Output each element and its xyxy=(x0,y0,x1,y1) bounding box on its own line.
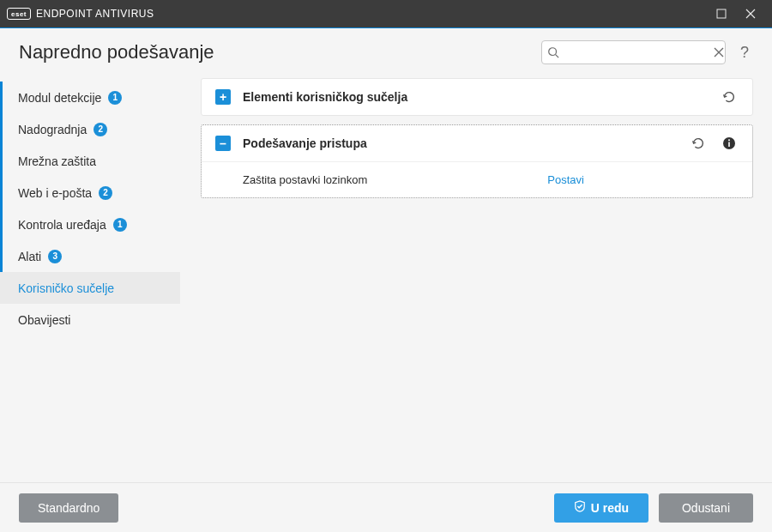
panel-access-setup: – Podešavanje pristupa Zaštita postavki … xyxy=(201,124,753,198)
panel-title: Podešavanje pristupa xyxy=(243,136,677,150)
sidebar-item-label: Kontrola uređaja xyxy=(18,218,106,232)
default-button[interactable]: Standardno xyxy=(19,493,118,523)
revert-icon[interactable] xyxy=(689,136,708,151)
setting-label: Zaštita postavki lozinkom xyxy=(243,173,547,186)
sidebar-item-label: Web i e-pošta xyxy=(18,186,92,200)
sidebar-item-update[interactable]: Nadogradnja 2 xyxy=(0,113,180,145)
sidebar-item-label: Alati xyxy=(18,250,41,263)
set-password-link[interactable]: Postavi xyxy=(547,173,584,186)
clear-search-icon[interactable] xyxy=(714,47,724,57)
footer: Standardno U redu Odustani xyxy=(0,482,772,532)
cancel-button[interactable]: Odustani xyxy=(659,493,753,523)
svg-point-1 xyxy=(549,48,557,56)
sidebar: Modul detekcije 1 Nadogradnja 2 Mrežna z… xyxy=(0,73,180,482)
ok-button-label: U redu xyxy=(591,501,629,515)
sidebar-item-detection[interactable]: Modul detekcije 1 xyxy=(0,82,180,113)
help-button[interactable]: ? xyxy=(736,44,753,62)
window-maximize-button[interactable] xyxy=(707,0,736,27)
collapse-icon[interactable]: – xyxy=(215,136,231,151)
brand-text: ENDPOINT ANTIVIRUS xyxy=(36,8,154,20)
sidebar-badge: 2 xyxy=(99,186,112,200)
sidebar-badge: 2 xyxy=(93,123,107,136)
search-input[interactable] xyxy=(564,46,709,59)
sidebar-item-web-email[interactable]: Web i e-pošta 2 xyxy=(0,177,180,209)
sidebar-item-device-control[interactable]: Kontrola uređaja 1 xyxy=(0,209,180,240)
sidebar-item-label: Nadogradnja xyxy=(18,123,87,136)
page-title: Napredno podešavanje xyxy=(19,41,214,63)
search-icon xyxy=(547,46,559,58)
panel-ui-elements: + Elementi korisničkog sučelja xyxy=(201,78,753,116)
main-content: + Elementi korisničkog sučelja – Podešav… xyxy=(180,73,753,482)
ok-button[interactable]: U redu xyxy=(554,493,648,523)
sidebar-item-user-interface[interactable]: Korisničko sučelje xyxy=(0,272,180,304)
brand-badge: eset xyxy=(7,8,31,20)
sidebar-item-label: Obavijesti xyxy=(18,313,70,327)
sidebar-item-network[interactable]: Mrežna zaštita xyxy=(0,145,180,177)
panel-title: Elementi korisničkog sučelja xyxy=(243,90,708,104)
panel-header[interactable]: + Elementi korisničkog sučelja xyxy=(202,79,752,115)
sidebar-badge: 1 xyxy=(108,91,122,105)
sidebar-item-tools[interactable]: Alati 3 xyxy=(0,240,180,272)
svg-rect-0 xyxy=(717,9,726,18)
revert-icon[interactable] xyxy=(720,89,739,105)
titlebar: eset ENDPOINT ANTIVIRUS xyxy=(0,0,772,27)
search-field[interactable] xyxy=(541,40,726,64)
window-close-button[interactable] xyxy=(736,0,765,27)
sidebar-badge: 1 xyxy=(113,218,127,232)
info-icon[interactable] xyxy=(720,136,739,150)
svg-point-5 xyxy=(728,139,730,141)
svg-line-2 xyxy=(556,55,559,58)
sidebar-badge: 3 xyxy=(48,250,62,263)
setting-password-protect: Zaštita postavki lozinkom Postavi xyxy=(202,161,752,197)
sidebar-item-notifications[interactable]: Obavijesti xyxy=(0,304,180,336)
svg-rect-4 xyxy=(728,142,730,148)
panel-header[interactable]: – Podešavanje pristupa xyxy=(202,125,752,161)
expand-icon[interactable]: + xyxy=(215,89,231,105)
shield-check-icon xyxy=(574,500,586,515)
sidebar-item-label: Mrežna zaštita xyxy=(18,154,96,168)
sidebar-item-label: Korisničko sučelje xyxy=(18,281,114,295)
header: Napredno podešavanje ? xyxy=(0,28,772,73)
brand: eset ENDPOINT ANTIVIRUS xyxy=(7,8,154,20)
sidebar-item-label: Modul detekcije xyxy=(18,91,101,105)
